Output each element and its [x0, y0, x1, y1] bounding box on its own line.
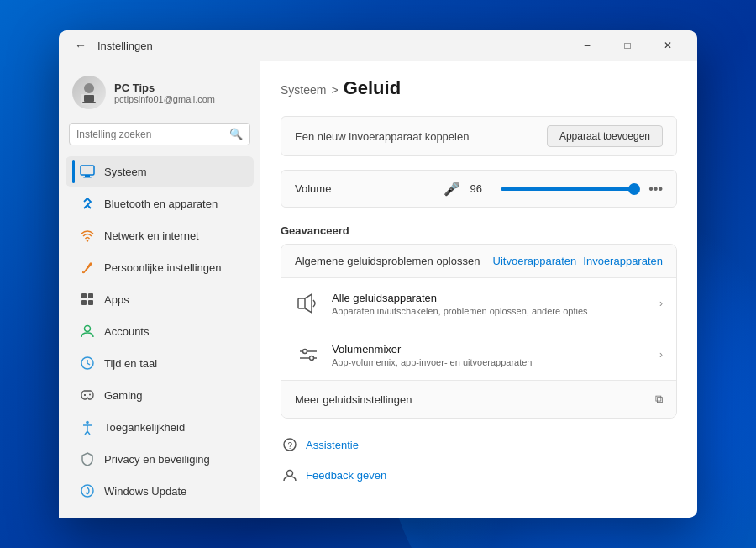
feedback-icon: [281, 466, 299, 484]
titlebar-title: Instellingen: [97, 40, 153, 52]
avatar-image: [72, 76, 106, 109]
close-button[interactable]: ✕: [648, 34, 687, 57]
svg-rect-10: [88, 293, 93, 298]
alle-apparaten-sub: Apparaten in/uitschakelen, problemen opl…: [332, 306, 649, 316]
avatar: [72, 76, 106, 109]
assistentie-link[interactable]: Assistentie: [306, 439, 359, 451]
assistentie-row: ? Assistentie: [281, 432, 677, 457]
maximize-button[interactable]: □: [608, 34, 647, 57]
wifi-icon: [79, 227, 96, 244]
back-button[interactable]: ←: [72, 37, 89, 54]
sidebar-item-bluetooth[interactable]: Bluetooth en apparaten: [66, 188, 254, 219]
volumenmixer-info: Volumenmixer App-volumemix, app-invoer- …: [332, 343, 649, 367]
sidebar-label-persoonlijk: Persoonlijke instellingen: [104, 261, 221, 274]
brush-icon: [79, 259, 96, 276]
sidebar-label-netwerk: Netwerk en internet: [104, 229, 199, 242]
sidebar-label-accounts: Accounts: [104, 325, 149, 338]
help-icon: ?: [281, 435, 299, 454]
annotation-arrow: [281, 292, 288, 316]
uitvoerapparaten-link[interactable]: Uitvoerapparaten: [493, 255, 577, 267]
svg-rect-9: [81, 293, 87, 298]
svg-rect-4: [82, 102, 96, 103]
input-device-bar: Een nieuw invoerapparaat koppelen Appara…: [281, 116, 677, 156]
sidebar-label-bluetooth: Bluetooth en apparaten: [104, 198, 218, 210]
alle-apparaten-wrapper: Alle geluidsapparaten Apparaten in/uitsc…: [281, 278, 676, 329]
sidebar-label-gaming: Gaming: [104, 389, 143, 402]
invoerapparaten-link[interactable]: Invoerapparaten: [583, 255, 663, 267]
minimize-button[interactable]: –: [568, 34, 606, 57]
avatar-svg: [76, 80, 102, 105]
apps-icon: [79, 291, 96, 308]
sidebar: PC Tips pctipsinfo01@gmail.com 🔍 Systeem: [59, 61, 260, 518]
svg-rect-20: [298, 298, 305, 308]
sidebar-item-persoonlijk[interactable]: Persoonlijke instellingen: [66, 252, 254, 282]
titlebar: ← Instellingen – □ ✕: [59, 30, 697, 61]
search-input[interactable]: [76, 129, 224, 140]
svg-point-24: [310, 356, 314, 361]
volume-row: Volume 🎤 96 •••: [281, 170, 677, 208]
meer-label: Meer geluidsinstellingen: [295, 393, 648, 406]
arrow-svg: [281, 292, 288, 316]
sidebar-item-apps[interactable]: Apps: [66, 284, 254, 314]
svg-rect-7: [83, 177, 92, 178]
sidebar-label-update: Windows Update: [104, 485, 186, 498]
advanced-section: Algemene geluidsproblemen oplossen Uitvo…: [281, 244, 677, 419]
sidebar-item-update[interactable]: Windows Update: [66, 476, 254, 506]
breadcrumb-separator: >: [331, 83, 338, 97]
svg-text:?: ?: [288, 441, 293, 451]
svg-point-8: [87, 240, 88, 241]
user-info: PC Tips pctipsinfo01@gmail.com: [114, 82, 215, 104]
chevron-right-icon: ›: [659, 298, 663, 309]
add-device-button[interactable]: Apparaat toevoegen: [547, 125, 663, 147]
alle-apparaten-row[interactable]: Alle geluidsapparaten Apparaten in/uitsc…: [281, 278, 676, 329]
clock-icon: [79, 355, 96, 371]
titlebar-controls: – □ ✕: [568, 34, 687, 57]
troubleshoot-label: Algemene geluidsproblemen oplossen: [295, 255, 486, 267]
settings-window: ← Instellingen – □ ✕: [59, 30, 697, 518]
page-title: Geluid: [344, 77, 401, 99]
advanced-section-title: Geavanceerd: [281, 224, 677, 237]
svg-point-16: [86, 421, 89, 424]
user-name: PC Tips: [114, 82, 215, 94]
sidebar-item-tijd[interactable]: Tijd en taal: [66, 348, 254, 378]
feedback-row: Feedback geven: [281, 462, 677, 487]
speaker-icon: [295, 290, 322, 317]
sidebar-item-systeem[interactable]: Systeem: [66, 156, 254, 187]
volumenmixer-row[interactable]: Volumenmixer App-volumemix, app-invoer- …: [281, 329, 676, 381]
sidebar-item-toegankelijkheid[interactable]: Toegankelijkheid: [66, 412, 254, 442]
svg-point-27: [287, 471, 293, 477]
chevron-right-icon-2: ›: [659, 349, 663, 361]
feedback-link[interactable]: Feedback geven: [306, 469, 386, 482]
alle-apparaten-info: Alle geluidsapparaten Apparaten in/uitsc…: [332, 292, 649, 316]
volumenmixer-title: Volumenmixer: [332, 343, 649, 356]
volume-options-icon[interactable]: •••: [648, 182, 663, 197]
search-box[interactable]: 🔍: [69, 123, 250, 145]
svg-point-13: [85, 326, 91, 332]
sidebar-label-toegankelijkheid: Toegankelijkheid: [104, 421, 185, 434]
gamepad-icon: [79, 387, 96, 403]
sidebar-item-gaming[interactable]: Gaming: [66, 380, 254, 410]
svg-rect-12: [88, 300, 93, 305]
meer-row[interactable]: Meer geluidsinstellingen ⧉: [281, 381, 676, 418]
svg-point-15: [89, 394, 91, 396]
volume-label: Volume: [295, 182, 433, 195]
page-header: Systeem > Geluid: [281, 77, 677, 99]
extern-icon: ⧉: [655, 393, 663, 406]
user-section: PC Tips pctipsinfo01@gmail.com: [59, 67, 260, 123]
monitor-icon: [79, 163, 96, 180]
svg-rect-11: [81, 300, 87, 305]
sidebar-item-netwerk[interactable]: Netwerk en internet: [66, 220, 254, 250]
sidebar-label-apps: Apps: [104, 293, 129, 306]
microphone-icon: 🎤: [444, 181, 460, 197]
sidebar-item-accounts[interactable]: Accounts: [66, 316, 254, 346]
sidebar-label-privacy: Privacy en beveiliging: [104, 453, 210, 466]
volume-slider-container[interactable]: [501, 187, 639, 191]
person-icon: [79, 323, 96, 340]
svg-rect-6: [85, 175, 90, 177]
sidebar-item-privacy[interactable]: Privacy en beveiliging: [66, 444, 254, 474]
alle-apparaten-title: Alle geluidsapparaten: [332, 292, 649, 304]
volume-slider[interactable]: [501, 187, 639, 191]
user-email: pctipsinfo01@gmail.com: [114, 94, 215, 104]
update-icon: [79, 482, 96, 499]
shield-icon: [79, 451, 96, 467]
